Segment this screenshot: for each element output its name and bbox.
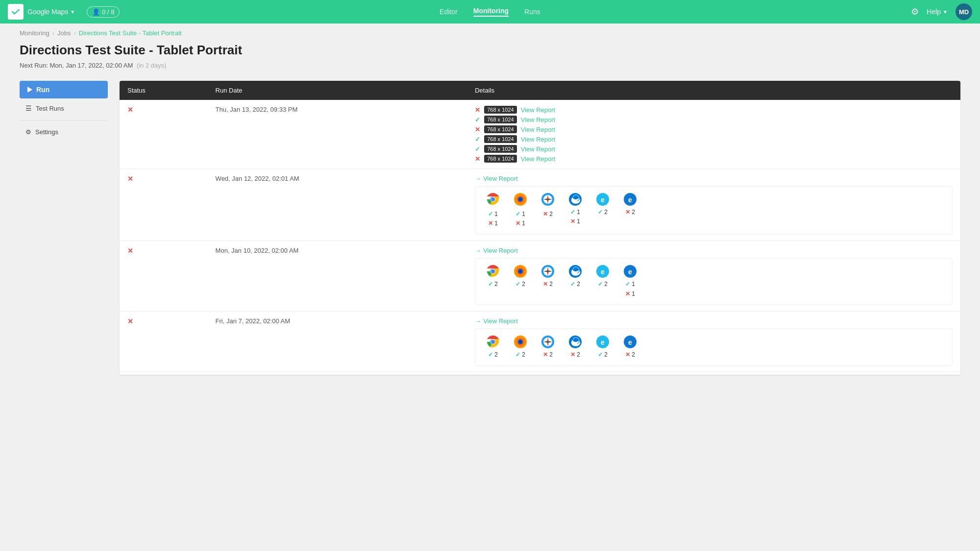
breadcrumb-monitoring[interactable]: Monitoring (20, 29, 49, 37)
run-date-cell: Mon, Jan 10, 2022, 02:00 AM (208, 241, 467, 311)
view-report-link[interactable]: View Report (521, 145, 556, 153)
arrow-icon: → (475, 317, 481, 325)
top-navigation: Google Maps ▼ 👤 0 / 8 Editor Monitoring … (0, 0, 980, 24)
avatar-initials: MD (959, 8, 969, 16)
status-icon: ✓ (475, 136, 480, 143)
view-report-link[interactable]: View Report (521, 155, 556, 163)
firefox-icon (514, 192, 527, 210)
help-button[interactable]: Help ▼ (927, 8, 948, 16)
sidebar-item-test-runs[interactable]: ☰ Test Runs (20, 100, 108, 116)
next-run-label: Next Run: Mon, Jan 17, 2022, 02:00 AM (20, 62, 133, 69)
browser-cell-safari: ✕ 2 (536, 264, 560, 298)
view-report-arrow-link[interactable]: → View Report (475, 317, 518, 325)
nav-monitoring[interactable]: Monitoring (473, 7, 509, 17)
run-button[interactable]: Run (20, 81, 108, 98)
status-icon: ✕ (475, 126, 480, 133)
badge-row: ✕ 768 x 1024 View Report (475, 106, 953, 114)
browser-grid: ✓ 1 ✕ 1 ✓ 1 (475, 186, 953, 235)
browser-cell-old-edge: e ✕ 2 (618, 335, 642, 359)
browser-cell-ie: e ✓ 2 (591, 335, 614, 359)
badge-rows: ✕ 768 x 1024 View Report ✓ 768 x (475, 106, 953, 163)
browser-stats: ✓ 2 (598, 350, 608, 359)
firefox-icon (514, 264, 527, 280)
avatar[interactable]: MD (956, 3, 972, 20)
resolution-label: 768 x 1024 (487, 117, 514, 122)
main-nav: Editor Monitoring Runs (440, 7, 540, 17)
page-header: Directions Test Suite - Tablet Portrait … (0, 39, 980, 81)
browser-stats: ✓ 2 (570, 280, 580, 289)
run-date-cell: Fri, Jan 7, 2022, 02:00 AM (208, 311, 467, 372)
nav-right: ⚙ Help ▼ MD (911, 3, 972, 20)
status-cell: ✕ (120, 372, 208, 375)
view-report-link[interactable]: View Report (521, 116, 556, 123)
browser-cell-firefox: ✓ 2 (509, 335, 532, 359)
test-runs-label: Test Runs (36, 105, 64, 112)
browser-stats: ✓ 2 (598, 280, 608, 289)
table-row: ✕ Thu, Jan 13, 2022, 09:33 PM ✕ 768 x 10… (120, 100, 960, 169)
browser-grid: ✓ 2 ✓ 2 (475, 329, 953, 366)
sidebar-item-settings[interactable]: ⚙ Settings (20, 124, 108, 140)
browser-cell-edge: ✕ 2 (564, 335, 587, 359)
badge-row: ✓ 768 x 1024 View Report (475, 116, 953, 123)
breadcrumb: Monitoring › Jobs › Directions Test Suit… (0, 24, 980, 39)
view-report-link[interactable]: View Report (521, 126, 556, 133)
page-title: Directions Test Suite - Tablet Portrait (20, 43, 960, 58)
col-run-date: Run Date (208, 81, 467, 100)
help-label: Help (927, 8, 941, 16)
nav-editor[interactable]: Editor (440, 8, 458, 16)
ie-icon: e (596, 335, 610, 350)
details-cell: → View Report ✓ 2 (467, 372, 960, 375)
safari-icon (541, 264, 555, 280)
user-count-label: 0 / 8 (102, 8, 114, 16)
runs-content: Status Run Date Details ✕ Thu, Jan 13, 2… (120, 81, 960, 375)
details-cell: → View Report ✓ 1 (467, 169, 960, 241)
badge-row: ✕ 768 x 1024 View Report (475, 125, 953, 133)
details-cell: → View Report ✓ 2 (467, 311, 960, 372)
chrome-icon (486, 335, 500, 350)
view-report-link[interactable]: View Report (521, 136, 556, 143)
status-icon: ✕ (475, 155, 480, 163)
app-logo (8, 4, 24, 20)
breadcrumb-current: Directions Test Suite - Tablet Portrait (79, 29, 182, 37)
browser-stats: ✕ 2 (625, 350, 635, 359)
svg-text:e: e (601, 268, 605, 276)
status-fail-icon: ✕ (127, 106, 133, 114)
old-edge-icon: e (623, 192, 637, 208)
nav-runs[interactable]: Runs (524, 8, 540, 16)
breadcrumb-jobs[interactable]: Jobs (57, 29, 71, 37)
app-name-label: Google Maps (27, 8, 68, 16)
status-cell: ✕ (120, 241, 208, 311)
chrome-icon (486, 264, 500, 280)
table-row: ✕ Wed, Jan 12, 2022, 02:01 AM → View Rep… (120, 169, 960, 241)
view-report-label: View Report (483, 247, 518, 254)
resolution-label: 768 x 1024 (487, 126, 514, 132)
settings-label: Settings (35, 128, 58, 136)
table-row: ✕ Fri, Jan 7, 2022, 02:00 AM → View Repo… (120, 311, 960, 372)
status-fail-icon: ✕ (127, 175, 133, 183)
status-fail-icon: ✕ (127, 247, 133, 255)
user-count-pill[interactable]: 👤 0 / 8 (87, 6, 120, 18)
status-icon: ✓ (475, 116, 480, 123)
resolution-label: 768 x 1024 (487, 136, 514, 142)
badge-row: ✓ 768 x 1024 View Report (475, 135, 953, 143)
view-report-link[interactable]: View Report (521, 106, 556, 114)
resolution-label: 768 x 1024 (487, 156, 514, 162)
settings-icon[interactable]: ⚙ (911, 6, 919, 17)
details-cell: ✕ 768 x 1024 View Report ✓ 768 x (467, 100, 960, 169)
status-cell: ✕ (120, 169, 208, 241)
view-report-label: View Report (483, 175, 518, 182)
browser-cell-safari: ✕ 2 (536, 192, 560, 228)
view-report-arrow-link[interactable]: → View Report (475, 247, 518, 254)
browser-cell-ie: e ✓ 2 (591, 264, 614, 298)
browser-cell-ie: e ✓ 2 (591, 192, 614, 228)
app-name[interactable]: Google Maps ▼ (27, 8, 75, 16)
runs-scroll[interactable]: Status Run Date Details ✕ Thu, Jan 13, 2… (120, 81, 960, 375)
browser-badge: 768 x 1024 (484, 135, 516, 143)
browser-cell-old-edge: e ✕ 2 (618, 192, 642, 228)
edge-icon (568, 264, 582, 280)
badge-row: ✓ 768 x 1024 View Report (475, 145, 953, 153)
old-edge-icon: e (623, 335, 637, 350)
svg-point-7 (519, 198, 522, 201)
browser-cell-firefox: ✓ 2 (509, 264, 532, 298)
view-report-arrow-link[interactable]: → View Report (475, 175, 518, 182)
